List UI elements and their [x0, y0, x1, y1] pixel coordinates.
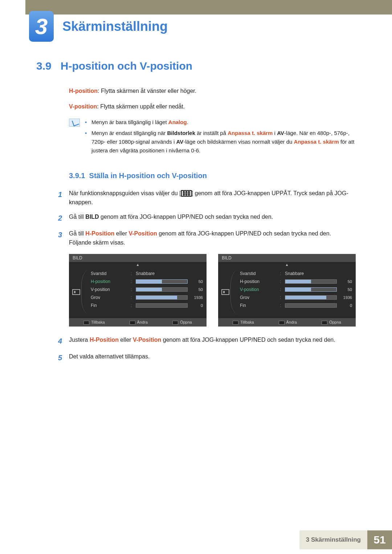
osd-menu-list: Svarstid H-position V-position Grov Fin [91, 270, 131, 315]
subsection-title: Ställa in H-position och V-position [89, 172, 207, 180]
osd-footer-change: Ändra [279, 320, 297, 325]
osd-footer-back: Tillbaka [233, 320, 254, 325]
up-arrow-icon: ▲ [69, 262, 207, 267]
step-text: Det valda alternativet tillämpas. [69, 352, 356, 364]
bold: Bildstorlek [167, 130, 195, 136]
subsection-heading: 3.9.1 Ställa in H-position och V-positio… [0, 172, 392, 180]
osd-curve [230, 270, 238, 315]
note-item: Menyn är bara tillgänglig i läget Analog… [85, 118, 356, 127]
osd-item-selected: H-position [91, 278, 131, 286]
term: H-Position [90, 337, 119, 343]
step-number: 5 [58, 352, 69, 364]
bold: AV [277, 130, 284, 136]
osd-item: H-position [240, 278, 280, 286]
text: genom att föra JOG-knappen UPP/NED och s… [99, 214, 273, 220]
osd-item: Fin [240, 301, 280, 309]
text: . [187, 119, 188, 125]
osd-footer-open: Öppna [172, 320, 192, 325]
chapter-header: 3 Skärminställning [0, 11, 392, 42]
osd-footer-open: Öppna [322, 320, 341, 325]
text: Gå till [69, 214, 85, 220]
footer-chapter-label: 3 Skärminställning [299, 530, 367, 549]
osd-screenshots: BILD ▲ Svarstid H-position V-position Gr… [0, 254, 392, 327]
bold: AV [176, 139, 184, 145]
step-2: 2 Gå till BILD genom att föra JOG-knappe… [0, 212, 392, 224]
text: är inställt på [195, 130, 228, 136]
text: Menyn är bara tillgänglig i läget [91, 119, 168, 125]
step-number: 1 [58, 189, 69, 207]
definition-h: H-position: Flytta skärmen åt vänster el… [0, 87, 392, 96]
osd-val: 1936 [339, 295, 352, 300]
slider-bar [136, 287, 188, 292]
osd-side [220, 270, 230, 315]
slider-bar [285, 279, 337, 284]
osd-footer: Tillbaka Ändra Öppna [218, 318, 356, 327]
osd-values: :Snabbare :50 :50 :1936 :0 [131, 270, 203, 315]
text: Följande skärm visas. [69, 239, 125, 246]
step-5: 5 Det valda alternativet tillämpas. [0, 352, 392, 364]
osd-panel-v: BILD ▲ Svarstid H-position V-position Gr… [218, 254, 356, 327]
term: V-Position [133, 337, 161, 343]
text: genom att föra JOG-knappen UPP/NED och s… [157, 230, 331, 237]
osd-footer-change: Ändra [130, 320, 148, 325]
up-arrow-icon: ▲ [218, 262, 356, 267]
osd-panel-h: BILD ▲ Svarstid H-position V-position Gr… [69, 254, 207, 327]
h-desc: : Flytta skärmen åt vänster eller höger. [98, 88, 196, 94]
page-footer: 3 Skärminställning 51 [0, 530, 392, 549]
osd-val: 50 [190, 287, 203, 292]
osd-val: 0 [339, 303, 352, 308]
osd-val: 50 [339, 279, 352, 284]
osd-val: 50 [190, 279, 203, 284]
text: genom att föra JOG-knappen UPP/NED och s… [161, 337, 335, 343]
text: -läge och bildskärmen visas normalt välj… [183, 139, 294, 145]
text: eller [119, 337, 133, 343]
step-text: Justera H-Position eller V-Position geno… [69, 335, 356, 347]
h-term: H-position [69, 88, 98, 94]
osd-val: Snabbare [136, 271, 155, 276]
osd-item: Fin [91, 301, 131, 309]
slider-bar [136, 295, 188, 300]
section-title: H-position och V-position [61, 60, 192, 72]
text: När funktionsknappsguiden visas väljer d… [69, 190, 181, 196]
slider-bar [285, 287, 337, 292]
osd-item: Grov [240, 294, 280, 301]
step-text: Gå till BILD genom att föra JOG-knappen … [69, 212, 356, 224]
picture-icon [221, 289, 229, 295]
footer-page-number: 51 [367, 530, 392, 549]
step-text: När funktionsknappsguiden visas väljer d… [69, 189, 356, 207]
osd-val: 0 [190, 303, 203, 308]
note-list: Menyn är bara tillgänglig i läget Analog… [85, 118, 356, 157]
note-item: Menyn är endast tillgänglig när Bildstor… [85, 129, 356, 155]
osd-item-selected: V-position [240, 286, 280, 294]
osd-item: Svarstid [91, 270, 131, 278]
chapter-number-box: 3 [29, 11, 54, 42]
text: Justera [69, 337, 90, 343]
slider-bar [285, 295, 337, 300]
step-1: 1 När funktionsknappsguiden visas väljer… [0, 189, 392, 207]
term: Anpassa t. skärm [228, 130, 273, 136]
text: eller [114, 230, 128, 237]
osd-curve [81, 270, 89, 315]
step-text: Gå till H-Position eller V-Position geno… [69, 229, 356, 247]
osd-title: BILD [218, 254, 356, 262]
term: H-Position [85, 230, 114, 237]
bold: BILD [85, 214, 99, 220]
step-number: 2 [58, 212, 69, 224]
osd-title: BILD [69, 254, 207, 262]
note-block: Menyn är bara tillgänglig i läget Analog… [0, 118, 392, 157]
v-desc: : Flytta skärmen uppåt eller nedåt. [97, 103, 185, 110]
step-number: 3 [58, 229, 69, 247]
osd-side [71, 270, 81, 315]
text: i [273, 130, 277, 136]
osd-footer: Tillbaka Ändra Öppna [69, 318, 207, 327]
definition-v: V-position: Flytta skärmen uppåt eller n… [0, 102, 392, 111]
picture-icon [72, 289, 80, 295]
osd-item: Svarstid [240, 270, 280, 278]
osd-values: :Snabbare :50 :50 :1936 :0 [280, 270, 352, 315]
v-term: V-position [69, 103, 97, 110]
slider-bar [136, 279, 188, 284]
osd-val: Snabbare [285, 271, 304, 276]
osd-item: Grov [91, 294, 131, 301]
menu-icon [181, 190, 192, 197]
section-number: 3.9 [36, 60, 52, 72]
